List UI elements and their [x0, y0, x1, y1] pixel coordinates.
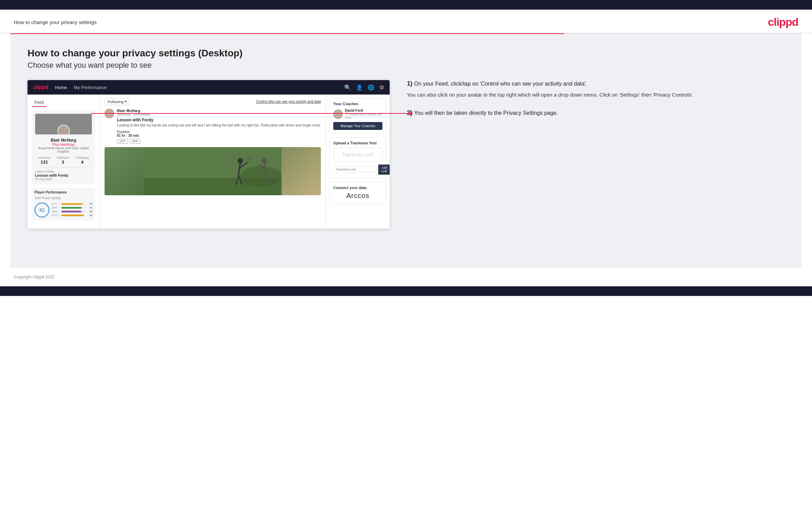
tag-app: APP — [129, 139, 140, 144]
avatar-icon[interactable]: ⚙ — [379, 84, 384, 91]
chevron-down-icon: ▾ — [125, 99, 127, 104]
step1-extra: You can also click on your avatar in the… — [407, 91, 781, 99]
page-subtitle: Choose what you want people to see — [28, 61, 784, 70]
profile-tier: Plus Handicap — [35, 143, 92, 146]
app-right-panel: Your Coaches David Ford 📍 Royal North — [326, 95, 390, 229]
coach-avatar — [333, 109, 343, 119]
add-link-button[interactable]: Add Link — [378, 164, 390, 175]
coach-row: David Ford 📍 Royal North Devon Golf Club — [333, 109, 382, 119]
breadcrumb: How to change your privacy settings — [14, 19, 97, 25]
following-stat: Following 4 — [76, 156, 89, 165]
latest-date: 03 Aug 2022 — [35, 177, 92, 181]
annotation-arrow — [410, 111, 413, 115]
app-body: Feed Blair McHarg Plus Handicap Royal No… — [28, 95, 390, 229]
pp-title: Player Performance — [34, 190, 93, 194]
post-author: Blair McHarg — [117, 109, 321, 113]
search-icon[interactable]: 🔍 — [344, 84, 351, 91]
duration-value: 01 hr : 30 min — [117, 134, 139, 137]
nav-my-performance[interactable]: My Performance — [74, 85, 107, 90]
quality-score: 92 — [34, 202, 50, 218]
followers-stat: Followers 3 — [56, 156, 70, 165]
app-feed: Following ▾ Control who can see your act… — [100, 95, 326, 229]
following-button[interactable]: Following ▾ — [105, 98, 130, 105]
coach-info: David Ford 📍 Royal North Devon Golf Club — [345, 109, 382, 119]
player-performance: Player Performance Total Player Quality … — [32, 188, 95, 220]
main-content: How to change your privacy settings (Des… — [10, 34, 802, 268]
bar-ott-value: 90 — [86, 202, 93, 206]
post-duration: Duration 01 hr : 30 min — [117, 130, 321, 137]
footer: Copyright Clippd 2022 — [0, 268, 812, 286]
quality-row: 92 OTT 90 — [34, 202, 93, 218]
profile-stats: Activities 131 Followers 3 Following 4 — [35, 156, 92, 165]
instructions-panel: 1) On your Feed, click/tap on 'Control w… — [403, 80, 784, 127]
clippd-logo: clippd — [768, 16, 798, 29]
svg-point-3 — [238, 158, 243, 164]
coach-name: David Ford — [345, 109, 382, 112]
globe-icon[interactable]: 🌐 — [368, 84, 375, 91]
control-privacy-link[interactable]: Control who can see your activity and da… — [256, 100, 321, 103]
app-sidebar: Feed Blair McHarg Plus Handicap Royal No… — [28, 95, 100, 229]
post-content: Blair McHarg Yesterday · Sunningdale Les… — [117, 109, 321, 144]
bar-arg-track — [61, 211, 85, 212]
profile-name: Blair McHarg — [35, 138, 92, 143]
bar-app: APP 85 — [52, 206, 93, 209]
app-navbar: clippd Home My Performance 🔍 👤 🌐 ⚙ — [28, 80, 390, 95]
bar-app-track — [61, 207, 85, 209]
latest-label: Latest Activity — [35, 170, 92, 173]
app-mockup: clippd Home My Performance 🔍 👤 🌐 ⚙ Feed — [28, 80, 390, 229]
followers-value: 3 — [56, 159, 70, 165]
post-description: Looking to feel like my hands are exitin… — [117, 123, 321, 128]
bar-arg-value: 86 — [86, 210, 93, 213]
following-value: 4 — [76, 159, 89, 165]
nav-right-icons: 🔍 👤 🌐 ⚙ — [344, 84, 384, 91]
bar-app-label: APP — [52, 206, 60, 209]
app-mockup-wrapper: clippd Home My Performance 🔍 👤 🌐 ⚙ Feed — [28, 80, 390, 229]
post-title: Lesson with Fordy — [117, 118, 321, 122]
bar-ott-fill — [61, 203, 83, 205]
step2-text: You will then be taken directly to the P… — [414, 110, 558, 116]
profile-card: Blair McHarg Plus Handicap Royal North D… — [32, 110, 95, 184]
trackman-section: Upload a Trackman Test Trackman Link Add… — [329, 137, 386, 178]
coaches-title: Your Coaches — [333, 102, 382, 106]
pp-quality-label: Total Player Quality — [34, 196, 93, 200]
svg-point-9 — [262, 158, 267, 164]
feed-top: Following ▾ Control who can see your act… — [105, 98, 321, 105]
tag-ott: OTT — [117, 139, 128, 144]
trackman-title: Upload a Trackman Test — [333, 141, 382, 145]
quality-bars: OTT 90 APP — [52, 202, 93, 218]
followers-label: Followers — [56, 156, 70, 159]
trackman-placeholder: Trackman Link — [342, 152, 373, 157]
activities-stat: Activities 131 — [38, 156, 51, 165]
bottom-bar — [0, 286, 812, 296]
top-bar — [0, 0, 812, 10]
post-card: Blair McHarg Yesterday · Sunningdale Les… — [105, 109, 321, 144]
step1-text: On your Feed, click/tap on 'Control who … — [414, 81, 587, 87]
post-tags: OTT APP — [117, 139, 321, 144]
trackman-input[interactable] — [333, 166, 377, 173]
following-label: Following — [76, 156, 89, 159]
bar-ott-label: OTT — [52, 202, 60, 206]
activities-value: 131 — [38, 159, 51, 165]
connect-title: Connect your data — [333, 186, 382, 190]
instruction-2: 2) You will then be taken directly to th… — [407, 109, 781, 117]
content-area: clippd Home My Performance 🔍 👤 🌐 ⚙ Feed — [28, 80, 784, 229]
person-icon[interactable]: 👤 — [356, 84, 363, 91]
connect-data-section: Connect your data Arccos — [329, 182, 386, 203]
manage-coaches-button[interactable]: Manage Your Coaches — [333, 122, 382, 130]
nav-home[interactable]: Home — [55, 85, 67, 90]
bar-putt-track — [61, 214, 85, 216]
bar-putt-label: PUTT — [52, 214, 60, 217]
bar-arg: ARG 86 — [52, 210, 93, 213]
instruction-1: 1) On your Feed, click/tap on 'Control w… — [407, 80, 781, 99]
duration-label: Duration — [117, 130, 130, 134]
bar-app-value: 85 — [86, 206, 93, 209]
header: How to change your privacy settings clip… — [0, 10, 812, 33]
bar-ott: OTT 90 — [52, 202, 93, 206]
bar-arg-label: ARG — [52, 210, 60, 213]
feed-tab[interactable]: Feed — [32, 99, 46, 107]
latest-activity: Lesson with Fordy — [35, 173, 92, 177]
svg-point-2 — [240, 166, 282, 187]
annotation-line — [91, 113, 410, 114]
app-logo: clippd — [33, 84, 48, 90]
step1-num: 1) — [407, 80, 412, 87]
